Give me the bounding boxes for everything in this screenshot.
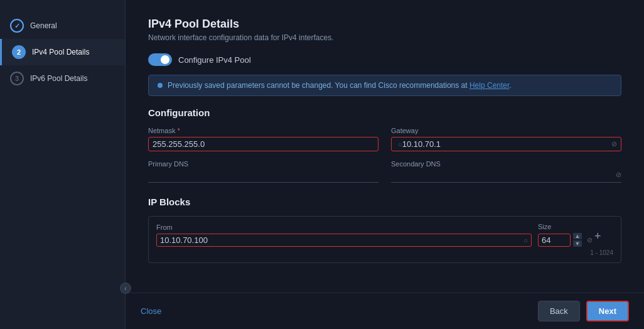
footer: Close Back Next bbox=[126, 293, 644, 329]
secondary-dns-input[interactable] bbox=[391, 170, 613, 180]
ip-size-label: Size bbox=[538, 223, 588, 230]
primary-dns-label: Primary DNS bbox=[148, 160, 378, 168]
gateway-field: Gateway ○ ⊘ bbox=[391, 127, 621, 151]
configure-toggle-row: Configure IPv4 Pool bbox=[148, 53, 621, 66]
gateway-input-wrap: ○ ⊘ bbox=[391, 137, 621, 151]
gateway-input[interactable] bbox=[402, 139, 609, 149]
help-center-link[interactable]: Help Center bbox=[470, 81, 509, 90]
ip-blocks-section: IP Blocks From ○ Size bbox=[148, 197, 621, 263]
netmask-label: Netmask * bbox=[148, 127, 378, 134]
ip-from-input-wrap: ○ bbox=[156, 234, 532, 247]
step-icon-general: ✓ bbox=[10, 19, 24, 33]
secondary-dns-label: Secondary DNS bbox=[391, 160, 621, 168]
info-banner: Previously saved parameters cannot be ch… bbox=[148, 75, 621, 96]
ip-from-field: From ○ bbox=[156, 224, 532, 247]
netmask-field: Netmask * bbox=[148, 127, 378, 151]
close-button[interactable]: Close bbox=[141, 306, 161, 316]
primary-dns-input-wrap bbox=[148, 170, 378, 183]
configuration-section-header: Configuration bbox=[148, 107, 621, 118]
secondary-dns-field: Secondary DNS ⊘ bbox=[391, 160, 621, 183]
ip-size-field: Size ▲ ▼ ⊘ bbox=[538, 223, 588, 247]
sidebar-label-ipv6: IPv6 Pool Details bbox=[30, 74, 87, 83]
back-button[interactable]: Back bbox=[538, 301, 580, 321]
gateway-clear-icon[interactable]: ⊘ bbox=[611, 140, 617, 148]
primary-dns-input[interactable] bbox=[148, 170, 378, 180]
toggle-thumb bbox=[161, 55, 169, 64]
ip-blocks-table: From ○ Size ▲ ▼ bbox=[148, 216, 621, 263]
size-clear-icon[interactable]: ⊘ bbox=[587, 236, 593, 244]
primary-dns-field: Primary DNS bbox=[148, 160, 378, 183]
sidebar-item-general[interactable]: ✓ General bbox=[0, 13, 125, 39]
netmask-input[interactable] bbox=[153, 139, 374, 149]
info-dot-icon bbox=[158, 83, 163, 88]
ip-from-label: From bbox=[156, 224, 532, 231]
info-banner-text: Previously saved parameters cannot be ch… bbox=[168, 81, 512, 90]
next-button[interactable]: Next bbox=[586, 301, 629, 321]
gateway-label: Gateway bbox=[391, 127, 621, 134]
size-spinners: ▲ ▼ bbox=[573, 233, 582, 247]
netmask-input-wrap bbox=[148, 137, 378, 151]
step-icon-ipv4: 2 bbox=[12, 45, 26, 59]
ip-block-row: From ○ Size ▲ ▼ bbox=[156, 223, 613, 247]
toggle-label: Configure IPv4 Pool bbox=[178, 55, 251, 65]
sidebar: ✓ General 2 IPv4 Pool Details 3 IPv6 Poo… bbox=[0, 0, 126, 329]
configure-ipv4-toggle[interactable] bbox=[148, 53, 172, 66]
secondary-dns-clear-icon[interactable]: ⊘ bbox=[616, 171, 621, 179]
gateway-suffix-icon: ○ bbox=[398, 141, 402, 148]
configuration-form: Netmask * Gateway ○ ⊘ Primary DNS Second… bbox=[148, 127, 621, 183]
size-hint: 1 - 1024 bbox=[156, 249, 613, 256]
sidebar-label-ipv4: IPv4 Pool Details bbox=[32, 48, 89, 57]
step-icon-ipv6: 3 bbox=[10, 72, 24, 85]
ip-from-input[interactable] bbox=[160, 235, 517, 245]
secondary-dns-input-wrap: ⊘ bbox=[391, 170, 621, 183]
add-ip-block-button[interactable]: + bbox=[594, 230, 601, 244]
sidebar-collapse-button[interactable]: ‹ bbox=[120, 283, 131, 294]
page-subtitle: Network interface configuration data for… bbox=[148, 33, 621, 42]
toggle-track bbox=[148, 53, 172, 66]
main-content: IPv4 Pool Details Network interface conf… bbox=[126, 0, 644, 329]
ip-size-input-wrap bbox=[538, 234, 571, 247]
size-decrement-button[interactable]: ▼ bbox=[573, 240, 582, 247]
sidebar-item-ipv6[interactable]: 3 IPv6 Pool Details bbox=[0, 65, 125, 92]
footer-actions: Back Next bbox=[538, 301, 629, 321]
ip-from-suffix-icon: ○ bbox=[523, 237, 528, 244]
ip-size-input[interactable] bbox=[542, 235, 567, 245]
sidebar-label-general: General bbox=[30, 21, 57, 30]
page-title: IPv4 Pool Details bbox=[148, 18, 621, 31]
size-increment-button[interactable]: ▲ bbox=[573, 233, 582, 239]
add-row-container: + bbox=[594, 230, 613, 247]
ip-blocks-header: IP Blocks bbox=[148, 197, 621, 207]
sidebar-item-ipv4[interactable]: 2 IPv4 Pool Details bbox=[0, 39, 125, 65]
